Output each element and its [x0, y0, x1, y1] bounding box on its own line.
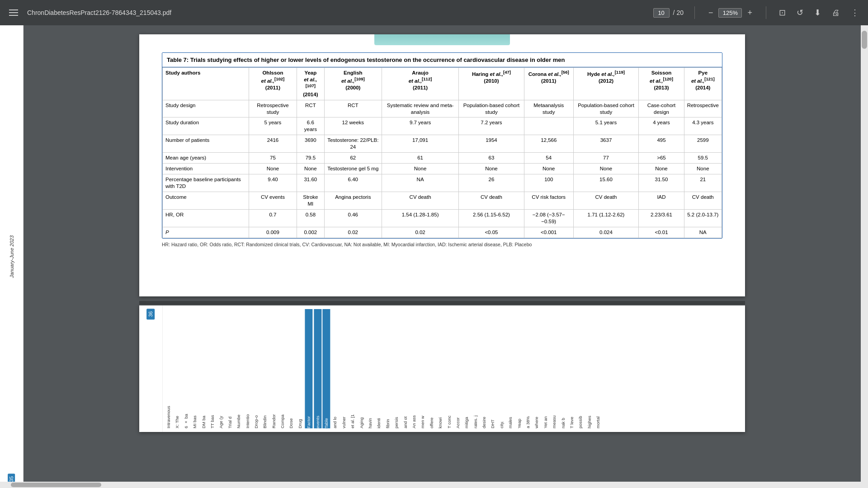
rotated-col-table: Table: [322, 309, 330, 428]
cell-pye-t2d: 21: [684, 174, 722, 192]
vertical-scrollbar[interactable]: [861, 25, 868, 488]
cell-corona-design: Metaanalysis study: [524, 100, 573, 117]
row-label-study-duration: Study duration: [163, 117, 249, 135]
table-row: Number of patients 2416 3690 Testosteron…: [163, 135, 722, 153]
horizontal-scrollbar[interactable]: [0, 482, 868, 488]
page-separator: / 20: [673, 9, 684, 16]
zoom-controls: − +: [706, 7, 755, 19]
pdf-content[interactable]: Table 7: Trials studying effects of high…: [24, 25, 861, 488]
rotated-col-6: TT bas: [208, 309, 216, 428]
rotated-col-1: Intravenous: [165, 309, 172, 428]
more-options-button[interactable]: ⋮: [849, 6, 861, 19]
rotated-col-factor: Factor: [305, 309, 312, 428]
rotated-col-34: desire: [480, 309, 488, 428]
cell-soisson-hr: 2.23/3.61: [639, 209, 684, 227]
cell-haring-outcome: CV death: [459, 192, 524, 209]
rotated-col-25: and ot: [401, 309, 409, 428]
cell-yeap-p: 0.002: [297, 227, 324, 238]
table-row: Mean age (years) 75 79.5 62 61 63 54 77 …: [163, 153, 722, 164]
cell-english-hr: 0.46: [324, 209, 382, 227]
cell-haring-t2d: 26: [459, 174, 524, 192]
cell-ohlsson-duration: 5 years: [249, 117, 297, 135]
cell-haring-duration: 7.2 years: [459, 117, 524, 135]
table-row: P 0.009 0.002 0.02 0.02 <0.05 <0.001 0.0…: [163, 227, 722, 238]
cell-araujo-intervention: None: [382, 164, 459, 174]
rotated-col-28: offere: [428, 309, 435, 428]
row-label-mean-age: Mean age (years): [163, 153, 249, 164]
cell-soisson-patients: 495: [639, 135, 684, 153]
zoom-out-button[interactable]: −: [706, 7, 716, 19]
zoom-input[interactable]: [718, 8, 742, 18]
cell-pye-duration: 4.3 years: [684, 117, 722, 135]
download-button[interactable]: ⬇: [812, 6, 823, 19]
table-row: Percentage baseline participants with T2…: [163, 174, 722, 192]
cell-araujo-outcome: CV death: [382, 192, 459, 209]
cell-haring-p: <0.05: [459, 227, 524, 238]
rotated-col-16: Drug: [296, 309, 304, 428]
cell-hyde-duration: 5.1 years: [573, 117, 639, 135]
bottom-content: 36 Intravenous X: The 6 × ba MI bas DM b…: [139, 305, 745, 432]
cell-pye-hr: 5.2 (2.0-13.7): [684, 209, 722, 227]
cell-corona-patients: 12,566: [524, 135, 573, 153]
teal-decorative-bar: [374, 34, 510, 45]
zoom-in-button[interactable]: +: [745, 7, 755, 19]
cell-yeap-hr: 0.58: [297, 209, 324, 227]
cell-english-t2d: 6.40: [324, 174, 382, 192]
rotated-col-46: highes: [585, 309, 593, 428]
col-header-corona: Corona et al.,[56](2011): [524, 68, 573, 100]
rotated-col-23: fibrin: [384, 309, 392, 428]
pdf-page-bottom: 36 Intravenous X: The 6 × ba MI bas DM b…: [139, 305, 745, 432]
cell-pye-p: NA: [684, 227, 722, 238]
rotated-col-39: a 38%: [524, 309, 532, 428]
menu-icon[interactable]: [7, 8, 20, 18]
col-header-study-authors: Study authors: [163, 68, 249, 100]
cell-hyde-t2d: 15.60: [573, 174, 639, 192]
rotated-col-24: persis: [392, 309, 400, 428]
cell-ohlsson-intervention: None: [249, 164, 297, 174]
row-label-study-design: Study design: [163, 100, 249, 117]
cell-soisson-duration: 4 years: [639, 117, 684, 135]
scrollbar-thumb[interactable]: [862, 31, 867, 49]
row-label-hr-or: HR, OR: [163, 209, 249, 227]
fit-page-button[interactable]: ⊡: [777, 6, 788, 19]
rotated-col-33: rates. j: [472, 309, 479, 428]
rotated-col-8: Trial d: [226, 309, 234, 428]
rotated-col-45: possib: [576, 309, 584, 428]
col-header-english: Englishet al.,[109](2000): [324, 68, 382, 100]
table-title: Table 7: Trials studying effects of high…: [162, 53, 722, 67]
rotated-col-10: Intentio: [244, 309, 251, 428]
cell-yeap-t2d: 31.60: [297, 174, 324, 192]
rotated-col-5: DM ba: [200, 309, 208, 428]
page-input[interactable]: [653, 8, 670, 18]
print-button[interactable]: 🖨: [830, 6, 842, 19]
rotated-col-32: mitiga: [462, 309, 470, 428]
rotated-col-30: T conc: [445, 309, 453, 428]
rotated-col-11: Drop-o: [252, 309, 260, 428]
table-footnote: HR: Hazard ratio, OR: Odds ratio, RCT: R…: [162, 241, 722, 248]
rotated-col-42: measu: [550, 309, 558, 428]
cell-yeap-age: 79.5: [297, 153, 324, 164]
history-button[interactable]: ↺: [795, 6, 805, 19]
rotated-col-2: X: The: [173, 309, 181, 428]
horizontal-scrollbar-thumb[interactable]: [11, 483, 101, 487]
cell-haring-design: Population-based cohort study: [459, 100, 524, 117]
rotated-col-43: nak b: [559, 309, 567, 428]
rotated-col-41: Yet an: [542, 309, 549, 428]
cell-haring-patients: 1954: [459, 135, 524, 153]
cell-corona-p: <0.001: [524, 227, 573, 238]
bottom-rotated-text-area: Intravenous X: The 6 × ba MI bas DM ba T…: [163, 305, 745, 432]
toolbar-right-actions: ⬇ 🖨 ⋮: [812, 6, 861, 19]
cell-pye-patients: 2599: [684, 135, 722, 153]
rotated-col-14: Compa: [278, 309, 286, 428]
cell-ohlsson-age: 75: [249, 153, 297, 164]
col-header-ohlsson: Ohlssonet al.,[102](2011): [249, 68, 297, 100]
cell-araujo-p: 0.02: [382, 227, 459, 238]
table-row: Study duration 5 years 6.6 years 12 week…: [163, 117, 722, 135]
cell-soisson-p: <0.01: [639, 227, 684, 238]
cell-ohlsson-t2d: 9.40: [249, 174, 297, 192]
col-header-pye: Pyeet al.,[121](2014): [684, 68, 722, 100]
cell-corona-t2d: 100: [524, 174, 573, 192]
rotated-col-19: et al. [1: [349, 309, 356, 428]
cell-hyde-p: 0.024: [573, 227, 639, 238]
cell-hyde-outcome: CV death: [573, 192, 639, 209]
